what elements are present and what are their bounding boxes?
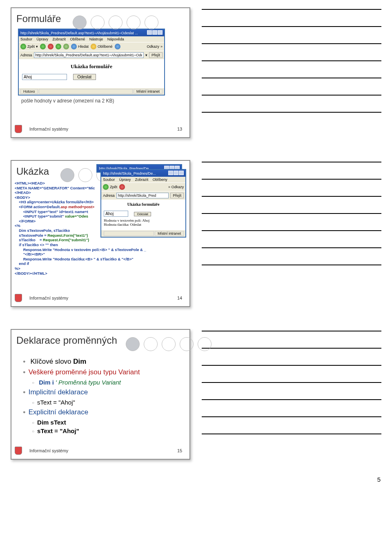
form-text-input[interactable] — [22, 74, 67, 80]
links-bar[interactable]: Odkazy » — [147, 44, 163, 49]
list-item: Explicitní deklarace — [23, 408, 186, 416]
status-right: Místní intranet — [155, 231, 184, 236]
media-button[interactable] — [115, 44, 120, 49]
forward-button[interactable] — [40, 44, 46, 49]
go-button[interactable]: Přejít — [170, 193, 184, 198]
menu-item[interactable]: Zobrazit — [53, 37, 66, 41]
favorites-button[interactable]: Oblíbené — [91, 44, 113, 49]
refresh-button[interactable] — [56, 44, 61, 49]
fav-label: Oblíbené — [98, 44, 113, 49]
menu-item[interactable]: Soubor — [20, 37, 32, 41]
menu-item[interactable]: Úpravy — [119, 178, 131, 182]
list-item: sText = "Ahoj" — [32, 427, 186, 434]
address-label: Adresa — [20, 53, 32, 57]
menu-item[interactable]: Zobrazit — [135, 178, 149, 182]
slide-number: 15 — [177, 448, 182, 453]
notes-lines — [202, 162, 381, 282]
form-submit-button[interactable]: Odeslat — [134, 212, 151, 216]
menu-bar[interactable]: Soubor Úpravy Zobrazit Oblíbeny — [101, 177, 185, 182]
page-heading: Ukázka formuláře — [104, 202, 183, 207]
slide-14: Ukázka http://shrek/Skola_Prednes/De... … — [11, 160, 190, 307]
links-label: Odkazy — [172, 185, 184, 189]
window-controls[interactable] — [147, 30, 163, 36]
window-titlebar: http://shrek/Skola_Prednes/Default.asp?t… — [19, 29, 164, 36]
slide-footer: Informační systémy 14 — [19, 296, 182, 300]
window-title: http://shrek/Skola_Prednes/De... — [103, 171, 156, 176]
result-line: Hodnota v textovém poli: Ahoj — [104, 218, 183, 222]
menu-item[interactable]: Oblíbeny — [153, 178, 167, 182]
address-label: Adresa — [103, 193, 115, 198]
address-bar: Adresa ▾ Přejít — [19, 51, 164, 59]
list-item: sText = "Ahoj" — [32, 399, 186, 406]
decorative-circles — [73, 16, 158, 29]
list-item: Implicitní deklarace — [23, 388, 186, 396]
menu-bar[interactable]: Soubor Úpravy Zobrazit Oblíbené Nástroje… — [19, 36, 164, 42]
slide-footer: Informační systémy 13 — [19, 127, 182, 131]
links-label: Odkazy — [147, 44, 159, 49]
back-label: Zpět — [110, 185, 117, 189]
menu-item[interactable]: Úpravy — [37, 37, 49, 41]
menu-item[interactable]: Nápověda — [107, 37, 124, 41]
links-bar[interactable]: » Odkazy — [168, 185, 184, 189]
form-text-input[interactable] — [104, 211, 128, 217]
status-bar: Místní intranet — [101, 230, 185, 237]
browser-window: http://shrek/Skola_Prednes/Default.asp?t… — [18, 29, 165, 96]
slide-footer: Informační systémy 15 — [19, 448, 182, 453]
form-submit-button[interactable]: Odeslat — [73, 74, 96, 80]
slide-number: 14 — [177, 296, 182, 300]
address-dropdown-icon[interactable]: ▾ — [145, 53, 147, 57]
comment-text: ' Proměnná typu Variant — [56, 379, 121, 386]
list-item: Veškeré proměnné jsou typu Variant — [23, 368, 186, 376]
address-input[interactable] — [34, 52, 144, 58]
notes-lines — [202, 9, 381, 129]
mini-browser-front: http://shrek/Skola_Prednes/De... Soubor … — [100, 169, 186, 238]
status-left: Hotovo — [20, 89, 38, 94]
page-number: 5 — [0, 474, 392, 487]
decorative-circles — [126, 337, 212, 351]
go-button[interactable]: Přejít — [149, 52, 163, 58]
list-item: Dim i ' Proměnná typu Variant — [32, 379, 186, 386]
footer-text: Informační systémy — [29, 448, 68, 453]
page-viewport: Ukázka formuláře Odeslat — [19, 59, 164, 88]
list-item: Dim sText — [32, 419, 186, 426]
text-bold: Dim — [73, 358, 86, 365]
back-button[interactable]: Zpět — [103, 184, 117, 190]
slide-15: Deklarace proměnných Klíčové slovo Dim V… — [11, 329, 190, 460]
slide-13: Formuláře http://shrek/Skola_Prednes/Def… — [11, 7, 190, 138]
bullet-list: Klíčové slovo Dim Veškeré proměnné jsou … — [15, 350, 186, 452]
address-bar: Adresa Přejít — [101, 191, 185, 200]
text: Klíčové slovo — [30, 358, 73, 365]
caption-partly-hidden: pošle hodnoty v adrese (omezení na 2 KB) — [21, 98, 186, 104]
page-viewport: Ukázka formuláře Odeslat Hodnota v texto… — [101, 200, 185, 230]
notes-lines — [202, 331, 381, 451]
address-input[interactable] — [116, 193, 169, 198]
menu-item[interactable]: Soubor — [103, 178, 115, 182]
back-button[interactable]: Zpět ▾ — [20, 44, 38, 49]
window-title: http://shrek/Skola_Prednes/Default.asp?t… — [20, 31, 138, 35]
toolbar: Zpět ▾ Hledat Oblíbené Odkazy » — [19, 42, 164, 51]
search-label: Hledat — [78, 44, 89, 49]
toolbar: Zpět » Odkazy — [101, 182, 185, 191]
stop-button[interactable] — [48, 44, 53, 49]
footer-text: Informační systémy — [29, 296, 68, 300]
home-button[interactable] — [63, 44, 69, 49]
slide-number: 13 — [177, 127, 182, 131]
footer-text: Informační systémy — [29, 127, 68, 131]
menu-item[interactable]: Oblíbené — [70, 37, 85, 41]
page-heading: Ukázka formuláře — [22, 63, 161, 70]
status-bar: Hotovo Místní intranet — [19, 88, 164, 95]
back-label: Zpět — [27, 44, 35, 49]
window-controls[interactable] — [168, 171, 184, 176]
search-button[interactable]: Hledat — [71, 44, 89, 49]
stop-button[interactable] — [119, 184, 125, 190]
status-right: Místní intranet — [134, 89, 163, 94]
result-line: Hodnota tlacitka: Odeslat — [104, 222, 183, 227]
menu-item[interactable]: Nástroje — [89, 37, 103, 41]
list-item: Klíčové slovo Dim — [23, 358, 186, 366]
code-text: Dim i — [39, 379, 56, 386]
code-text: sText = "Ahoj" — [37, 427, 79, 434]
